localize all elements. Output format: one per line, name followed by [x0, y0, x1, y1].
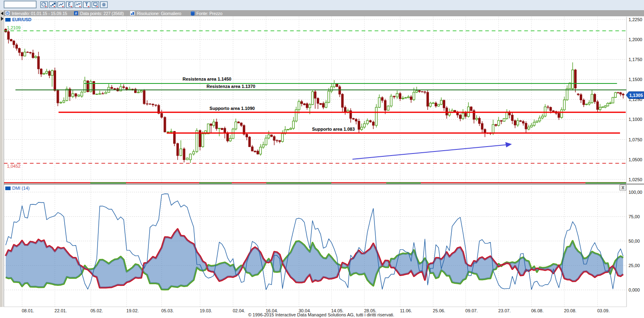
svg-text:100,00: 100,00: [629, 190, 642, 195]
svg-text:19.02.: 19.02.: [126, 308, 139, 313]
svg-text:75,00: 75,00: [629, 214, 640, 219]
svg-text:DMI (14): DMI (14): [12, 186, 30, 191]
svg-text:02.04.: 02.04.: [233, 308, 245, 313]
svg-text:50,00: 50,00: [629, 239, 640, 243]
svg-text:05.03.: 05.03.: [161, 308, 174, 313]
svg-text:03.09.: 03.09.: [597, 308, 610, 313]
svg-text:1,1000: 1,1000: [629, 117, 642, 122]
svg-text:1,2000: 1,2000: [629, 37, 642, 42]
svg-text:Fonte: Prezzo: Fonte: Prezzo: [196, 11, 222, 16]
svg-text:1,0452: 1,0452: [7, 164, 21, 169]
svg-text:Supporto area 1.083: Supporto area 1.083: [312, 127, 355, 132]
svg-text:X: X: [622, 186, 624, 190]
svg-text:Resistenza area 1.1370: Resistenza area 1.1370: [207, 84, 255, 89]
svg-text:08.01.: 08.01.: [22, 308, 35, 313]
svg-text:20.08.: 20.08.: [564, 308, 577, 313]
svg-text:0,000: 0,000: [629, 287, 640, 292]
svg-text:22.01.: 22.01.: [54, 308, 67, 313]
svg-text:© 1996-2015 Interactive Data M: © 1996-2015 Interactive Data Managed Sol…: [248, 312, 394, 317]
svg-text:Intervallo: 01.01.15 - 15.09.: Intervallo: 01.01.15 - 15.09.15: [12, 11, 67, 16]
svg-text:EUR/USD: EUR/USD: [12, 17, 32, 22]
svg-text:1,0250: 1,0250: [629, 177, 642, 182]
svg-text:Risoluzione: Giornaliero: Risoluzione: Giornaliero: [137, 11, 181, 16]
svg-text:1,1500: 1,1500: [629, 77, 642, 82]
svg-text:Supporto area 1.1090: Supporto area 1.1090: [209, 106, 255, 111]
svg-text:23.07.: 23.07.: [498, 308, 511, 313]
svg-text:1,1305: 1,1305: [629, 93, 643, 98]
svg-text:09.07.: 09.07.: [466, 308, 478, 313]
svg-text:1,2109: 1,2109: [7, 25, 21, 30]
svg-text:1,0500: 1,0500: [629, 157, 642, 162]
svg-text:06.08.: 06.08.: [531, 308, 544, 313]
svg-text:05.02.: 05.02.: [91, 308, 103, 313]
svg-text:25,00: 25,00: [629, 263, 640, 268]
svg-text:1,2250: 1,2250: [629, 17, 642, 22]
svg-text:#: #: [75, 11, 77, 15]
svg-text:Data points: 227 (3568): Data points: 227 (3568): [80, 11, 124, 16]
svg-text:25.06.: 25.06.: [433, 308, 446, 313]
svg-text:11.06.: 11.06.: [400, 308, 412, 313]
svg-text:1,0750: 1,0750: [629, 137, 642, 142]
svg-text:19.03.: 19.03.: [200, 308, 212, 313]
svg-text:Resistenza area 1.1450: Resistenza area 1.1450: [183, 77, 231, 81]
svg-text:1,1750: 1,1750: [629, 57, 642, 62]
